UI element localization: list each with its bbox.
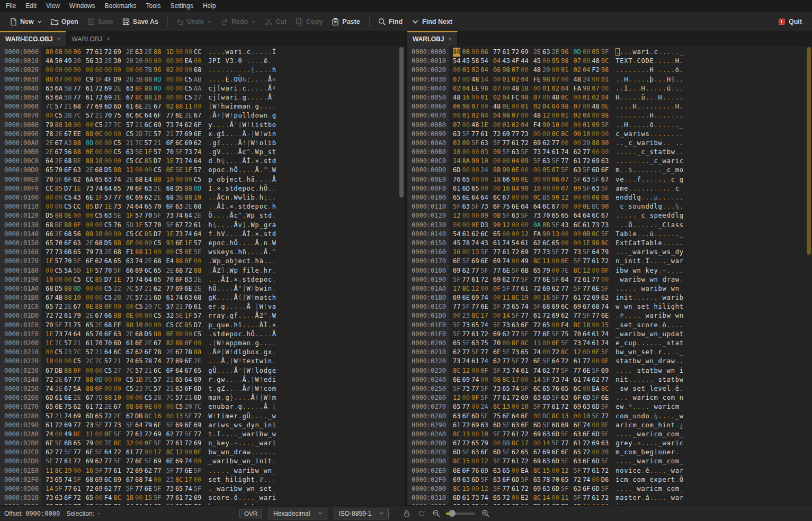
ascii-char[interactable]: . <box>654 348 658 356</box>
ascii-char[interactable]: g <box>238 403 242 410</box>
ascii-char[interactable]: c <box>243 85 247 92</box>
hex-byte[interactable]: 67 <box>583 302 590 311</box>
ascii-char[interactable]: . <box>658 76 663 83</box>
hex-byte[interactable]: 6A <box>55 84 62 93</box>
ascii-char[interactable]: . <box>680 239 684 247</box>
hex-byte[interactable]: 3B <box>175 193 183 202</box>
hex-byte[interactable]: CC <box>135 157 142 166</box>
ascii-char[interactable]: m <box>650 421 654 429</box>
hex-byte[interactable]: 04 <box>462 84 469 93</box>
hex-byte[interactable]: 72 <box>145 430 152 439</box>
ascii-char[interactable]: a <box>667 439 671 447</box>
hex-byte[interactable]: 70 <box>542 211 550 220</box>
hex-byte[interactable]: 02 <box>166 102 173 111</box>
ascii-char[interactable]: . <box>663 57 667 65</box>
ascii-char[interactable]: w <box>650 248 654 256</box>
hex-byte[interactable]: 61 <box>175 439 183 448</box>
hex-row[interactable]: 0000:0090635F77617269777300000C8C9010000… <box>407 130 812 139</box>
hex-byte[interactable]: 77 <box>166 284 173 293</box>
hex-row[interactable]: 0000:01905F7761726962775F776E5F647261770… <box>407 275 812 284</box>
hex-byte[interactable]: 62 <box>166 430 173 439</box>
ascii-char[interactable]: . <box>680 203 684 210</box>
ascii-char[interactable]: . <box>663 203 667 210</box>
ascii-char[interactable]: . <box>251 403 255 410</box>
hex-byte[interactable]: 00 <box>533 439 541 448</box>
ascii-char[interactable]: l <box>667 385 671 392</box>
hex-byte[interactable]: 00 <box>542 130 550 139</box>
hex-byte[interactable]: 8C <box>55 466 62 475</box>
hex-byte[interactable]: 57 <box>55 257 62 266</box>
ascii-char[interactable]: d <box>650 203 654 210</box>
ascii-char[interactable]: I <box>645 257 649 265</box>
hex-row[interactable]: 0000:02207374617462775F776E5F64726177000… <box>407 357 812 366</box>
ascii-char[interactable]: . <box>680 57 684 65</box>
ascii-char[interactable]: i <box>268 130 272 138</box>
hex-byte[interactable]: 72 <box>573 475 581 484</box>
hex-byte[interactable]: 90 <box>512 175 519 184</box>
ascii-char[interactable]: p <box>272 503 276 505</box>
ascii-char[interactable]: _ <box>667 467 671 474</box>
hex-byte[interactable]: 88 <box>175 339 183 348</box>
hex-byte[interactable]: 65 <box>533 475 541 484</box>
hex-row[interactable]: 0000:02C06D5F636F6D5F626567696E6E6572002… <box>407 448 812 457</box>
ascii-char[interactable]: W <box>247 294 251 301</box>
hex-byte[interactable]: 64 <box>521 202 528 211</box>
hex-byte[interactable]: 65 <box>471 439 479 448</box>
ascii-char[interactable]: W <box>243 121 247 129</box>
hex-byte[interactable]: 74 <box>184 457 192 466</box>
ascii-char[interactable]: w <box>663 285 667 292</box>
hex-byte[interactable]: 6D <box>592 484 599 493</box>
hex-byte[interactable]: 88 <box>126 321 133 330</box>
hex-byte[interactable]: 72 <box>601 466 609 475</box>
hex-byte[interactable]: 00 <box>512 493 519 502</box>
hex-byte[interactable]: 77 <box>502 357 510 366</box>
ascii-char[interactable]: r <box>667 476 671 483</box>
ascii-char[interactable]: W <box>255 130 260 138</box>
hex-byte[interactable]: 64 <box>145 275 152 284</box>
ascii-char[interactable]: i <box>667 403 671 410</box>
hex-byte[interactable]: 15 <box>601 321 609 330</box>
ascii-char[interactable]: a <box>675 339 680 347</box>
hex-byte[interactable]: 5F <box>542 357 550 366</box>
ascii-char[interactable]: e <box>255 276 260 283</box>
hex-byte[interactable]: 11 <box>533 339 541 348</box>
hex-byte[interactable]: 0F <box>471 393 479 402</box>
hex-byte[interactable]: 64 <box>175 366 183 375</box>
hex-byte[interactable]: 77 <box>493 248 501 257</box>
hex-byte[interactable]: 08 <box>493 375 501 384</box>
hex-row[interactable]: 0000:00B010000003095F635F737461746277000… <box>407 148 812 157</box>
hex-byte[interactable]: 32 <box>166 311 173 320</box>
hex-byte[interactable]: 62 <box>184 121 192 130</box>
hex-row[interactable]: 0000:0120120000090B5F635F7370656564646C6… <box>407 211 812 220</box>
ascii-char[interactable]: p <box>251 212 255 219</box>
hex-byte[interactable]: 00 <box>471 93 479 102</box>
hex-byte[interactable]: 00 <box>583 48 590 57</box>
hex-byte[interactable]: 70 <box>46 175 53 184</box>
hex-byte[interactable]: 73 <box>542 248 550 257</box>
ascii-char[interactable]: ^ <box>238 212 242 219</box>
ascii-char[interactable]: Û <box>247 412 251 420</box>
ascii-char[interactable]: . <box>268 66 272 74</box>
hex-byte[interactable]: 69 <box>533 484 541 493</box>
hex-byte[interactable]: 2E <box>55 157 62 166</box>
ascii-char[interactable]: ! <box>255 139 260 147</box>
ascii-char[interactable]: _ <box>675 176 680 183</box>
ascii-char[interactable]: . <box>650 48 654 56</box>
hex-byte[interactable]: 77 <box>592 275 599 284</box>
hex-byte[interactable]: 00 <box>542 175 550 184</box>
hex-byte[interactable]: 00 <box>521 193 528 202</box>
ascii-char[interactable]: . <box>268 57 272 65</box>
hex-byte[interactable]: 67 <box>126 412 133 421</box>
hex-byte[interactable]: 6E <box>480 257 488 266</box>
ascii-char[interactable]: . <box>663 139 667 147</box>
hex-byte[interactable]: 5F <box>493 321 501 330</box>
hex-byte[interactable]: 5F <box>521 211 528 220</box>
ascii-char[interactable]: b <box>654 367 658 374</box>
ascii-char[interactable]: i <box>650 485 654 492</box>
hex-byte[interactable]: 62 <box>145 466 152 475</box>
hex-byte[interactable]: 61 <box>86 339 93 348</box>
hex-byte[interactable]: BB <box>502 439 510 448</box>
ascii-char[interactable]: Å <box>243 230 247 238</box>
hex-byte[interactable]: 00 <box>46 266 53 275</box>
ascii-char[interactable]: s <box>260 121 264 129</box>
